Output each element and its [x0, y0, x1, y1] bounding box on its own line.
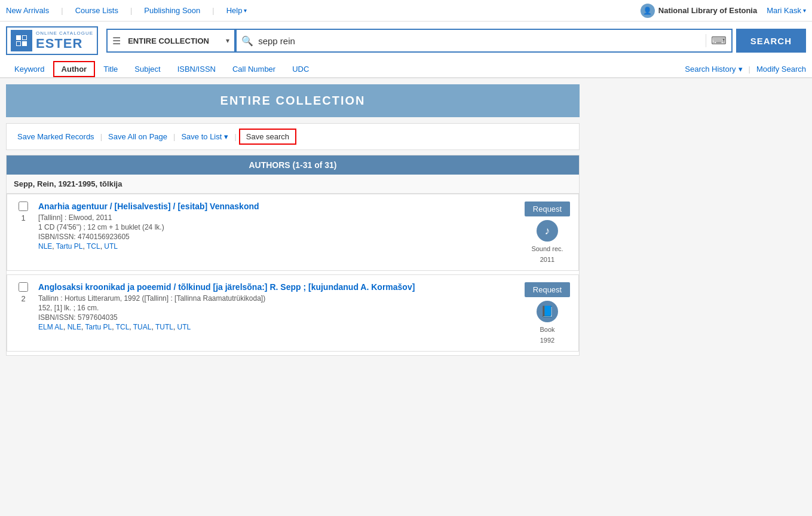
logo-title: ESTER	[36, 36, 93, 51]
result-isbn-2: ISBN/ISSN: 5797604035	[38, 313, 517, 322]
result-number: 2	[21, 294, 25, 303]
result-title-2[interactable]: Anglosaksi kroonikad ja poeemid / tõlkin…	[38, 282, 517, 292]
actions-row: Save Marked Records | Save All on Page |…	[6, 123, 580, 150]
keyboard-icon[interactable]: ⌨	[706, 34, 731, 47]
result-item-wrapper: 1 Anarhia agentuur / [Helisalvestis] / […	[7, 194, 579, 271]
library-link-tcl[interactable]: TCL	[116, 323, 130, 331]
main-content: ENTIRE COLLECTION Save Marked Records | …	[0, 78, 586, 362]
search-history-chevron-icon: ▾	[739, 65, 743, 74]
separator: |	[100, 132, 102, 141]
table-row: 2 Anglosaksi kroonikad ja poeemid / tõlk…	[7, 275, 578, 351]
result-format-2: 152, [1] lk. ; 16 cm.	[38, 304, 517, 312]
divider: |	[749, 65, 750, 74]
media-year-1: 2011	[540, 256, 554, 263]
chevron-down-icon: ▾	[244, 7, 247, 14]
result-title-1[interactable]: Anarhia agentuur / [Helisalvestis] / [es…	[38, 201, 517, 211]
tab-call-number[interactable]: Call Number	[224, 61, 284, 77]
tab-subject[interactable]: Subject	[126, 61, 168, 77]
search-input[interactable]	[258, 36, 705, 46]
search-button[interactable]: SEARCH	[736, 29, 806, 53]
result-checkbox-2[interactable]	[19, 282, 28, 292]
library-link-tual[interactable]: TUAL	[133, 323, 152, 331]
result-body-2: Anglosaksi kroonikad ja poeemid / tõlkin…	[38, 282, 517, 331]
result-num-col: 2	[14, 282, 32, 303]
library-link-nle[interactable]: NLE	[38, 242, 52, 251]
sound-recording-icon: ♪	[537, 220, 558, 242]
top-nav-right: 👤 National Library of Estonia Mari Kask …	[641, 4, 806, 18]
save-to-list-button[interactable]: Save to List ▾	[177, 130, 232, 143]
author-section: Sepp, Rein, 1921-1995, tõlkija	[7, 175, 579, 194]
search-tabs-right: Search History ▾ | Modify Search	[685, 65, 806, 74]
hamburger-icon[interactable]: ☰	[108, 35, 125, 47]
help-link[interactable]: Help ▾	[226, 6, 247, 15]
media-year-2: 1992	[540, 337, 554, 344]
logo-subtitle: ONLINE CATALOGUE	[36, 30, 93, 36]
divider: |	[61, 6, 63, 15]
collection-banner: ENTIRE COLLECTION	[6, 84, 580, 117]
library-link-tutl[interactable]: TUTL	[155, 323, 173, 331]
library-info: 👤 National Library of Estonia	[641, 4, 757, 18]
user-menu[interactable]: Mari Kask ▾	[767, 6, 806, 15]
separator: |	[234, 132, 236, 141]
save-marked-records-button[interactable]: Save Marked Records	[14, 130, 98, 143]
tab-isbn-issn[interactable]: ISBN/ISSN	[169, 61, 224, 77]
save-all-on-page-button[interactable]: Save All on Page	[105, 130, 171, 143]
search-history-button[interactable]: Search History ▾	[685, 65, 742, 74]
result-libraries-1: NLE, Tartu PL, TCL, UTL	[38, 242, 517, 251]
library-link-utl[interactable]: UTL	[104, 242, 118, 251]
library-link-tartupl[interactable]: Tartu PL	[85, 323, 112, 331]
search-row: ONLINE CATALOGUE ESTER ☰ ENTIRE COLLECTI…	[6, 26, 806, 55]
user-avatar-icon: 👤	[641, 4, 655, 18]
logo-area: ONLINE CATALOGUE ESTER	[6, 26, 98, 55]
result-item-wrapper: 2 Anglosaksi kroonikad ja poeemid / tõlk…	[7, 274, 579, 352]
modify-search-button[interactable]: Modify Search	[756, 65, 806, 74]
separator: |	[173, 132, 175, 141]
result-checkbox-1[interactable]	[19, 201, 28, 211]
result-libraries-2: ELM AL, NLE, Tartu PL, TCL, TUAL, TUTL, …	[38, 323, 517, 331]
collection-chevron-icon: ▾	[221, 36, 234, 45]
header: ONLINE CATALOGUE ESTER ☰ ENTIRE COLLECTI…	[0, 22, 812, 78]
collection-selector-wrapper: ☰ ENTIRE COLLECTION Books Journals Artic…	[106, 29, 235, 53]
library-name: National Library of Estonia	[658, 6, 757, 15]
search-icon: 🔍	[237, 35, 258, 47]
result-num-col: 1	[14, 201, 32, 222]
result-body-1: Anarhia agentuur / [Helisalvestis] / [es…	[38, 201, 517, 251]
results-header: AUTHORS (1-31 of 31)	[7, 155, 579, 175]
new-arrivals-link[interactable]: New Arrivals	[6, 6, 49, 15]
tab-keyword[interactable]: Keyword	[6, 61, 53, 77]
results-container: AUTHORS (1-31 of 31) Sepp, Rein, 1921-19…	[6, 155, 580, 356]
result-actions-1: Request ♪ Sound rec. 2011	[523, 201, 571, 263]
library-link-utl[interactable]: UTL	[177, 323, 191, 331]
library-link-tcl[interactable]: TCL	[87, 242, 100, 251]
publishing-soon-link[interactable]: Publishing Soon	[144, 6, 200, 15]
top-nav-links: New Arrivals | Course Lists | Publishing…	[6, 6, 247, 15]
logo-box: ONLINE CATALOGUE ESTER	[6, 26, 98, 55]
library-link-elm-al[interactable]: ELM AL	[38, 323, 63, 331]
result-format-1: 1 CD (74'56'') ; 12 cm + 1 buklet (24 lk…	[38, 223, 517, 231]
user-menu-chevron-icon: ▾	[803, 7, 806, 14]
result-publisher-2: Tallinn : Hortus Litterarum, 1992 ([Tall…	[38, 294, 517, 303]
divider: |	[130, 6, 132, 15]
search-tabs: Keyword Author Title Subject ISBN/ISSN C…	[6, 60, 806, 77]
divider: |	[212, 6, 214, 15]
save-to-list-chevron-icon: ▾	[224, 132, 228, 141]
logo-icon	[11, 30, 32, 51]
table-row: 1 Anarhia agentuur / [Helisalvestis] / […	[7, 194, 578, 270]
tab-title[interactable]: Title	[95, 61, 126, 77]
request-button-1[interactable]: Request	[525, 201, 570, 216]
tab-author[interactable]: Author	[53, 61, 96, 77]
collection-select[interactable]: ENTIRE COLLECTION Books Journals Article…	[125, 36, 221, 45]
book-icon: 📘	[537, 301, 558, 322]
save-search-button[interactable]: Save search	[239, 129, 296, 145]
result-number: 1	[21, 213, 25, 222]
logo-text: ONLINE CATALOGUE ESTER	[36, 30, 93, 51]
media-label-2: Book	[540, 326, 554, 333]
media-label-1: Sound rec.	[531, 245, 563, 252]
library-link-tartupl[interactable]: Tartu PL	[56, 242, 83, 251]
course-lists-link[interactable]: Course Lists	[75, 6, 118, 15]
search-input-wrapper: 🔍 ⌨	[235, 29, 732, 53]
library-link-nle[interactable]: NLE	[68, 323, 81, 331]
tab-udc[interactable]: UDC	[284, 61, 317, 77]
request-button-2[interactable]: Request	[525, 282, 570, 297]
result-publisher-1: [Tallinn] : Elwood, 2011	[38, 213, 517, 222]
